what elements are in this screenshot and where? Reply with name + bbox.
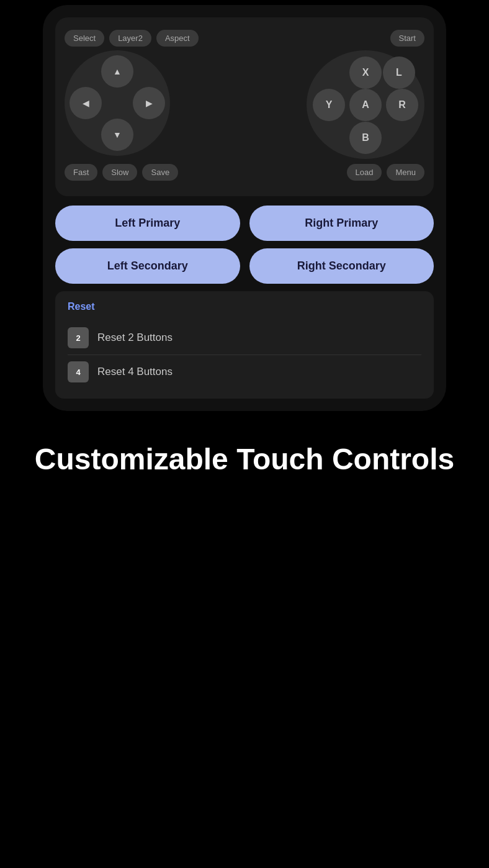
dpad-right-button[interactable] xyxy=(133,87,165,119)
dpad-down-button[interactable] xyxy=(101,119,133,151)
face-buttons-container: X L Y A R B xyxy=(307,50,424,159)
dpad-up-button[interactable] xyxy=(101,55,133,88)
y-button[interactable]: Y xyxy=(313,89,345,121)
slow-button[interactable]: Slow xyxy=(102,164,137,181)
dpad-left-button[interactable] xyxy=(70,87,102,119)
left-primary-button[interactable]: Left Primary xyxy=(55,206,240,241)
layer2-button[interactable]: Layer2 xyxy=(109,30,151,47)
reset-2-label: Reset 2 Buttons xyxy=(97,332,173,344)
top-buttons-right: Start xyxy=(390,30,424,47)
tagline-section: Customizable Touch Controls xyxy=(10,411,479,501)
save-button[interactable]: Save xyxy=(142,164,178,181)
reset-2-item[interactable]: 2 Reset 2 Buttons xyxy=(68,321,421,355)
reset-section: Reset 2 Reset 2 Buttons 4 Reset 4 Button… xyxy=(55,291,434,399)
dpad-container xyxy=(65,50,170,156)
reset-4-item[interactable]: 4 Reset 4 Buttons xyxy=(68,355,421,389)
left-arrow-icon xyxy=(83,98,89,108)
down-arrow-icon xyxy=(113,130,122,140)
controller-area: Select Layer2 Aspect Start xyxy=(55,17,434,196)
left-secondary-button[interactable]: Left Secondary xyxy=(55,248,240,284)
reset-2-icon: 2 xyxy=(68,327,89,348)
up-arrow-icon xyxy=(113,66,122,76)
l-button[interactable]: L xyxy=(383,57,415,89)
bottom-control-row: Fast Slow Save Load Menu xyxy=(65,164,424,181)
right-secondary-button[interactable]: Right Secondary xyxy=(249,248,434,284)
secondary-action-row: Left Secondary Right Secondary xyxy=(55,248,434,284)
bottom-left-controls: Fast Slow Save xyxy=(65,164,178,181)
fast-button[interactable]: Fast xyxy=(65,164,97,181)
primary-action-row: Left Primary Right Primary xyxy=(55,206,434,241)
r-button[interactable]: R xyxy=(386,89,418,121)
tagline-text: Customizable Touch Controls xyxy=(35,442,454,476)
reset-section-title: Reset xyxy=(68,301,421,312)
menu-button[interactable]: Menu xyxy=(387,164,424,181)
a-button[interactable]: A xyxy=(349,89,382,121)
controller-middle-row: X L Y A R B xyxy=(65,50,424,159)
right-primary-button[interactable]: Right Primary xyxy=(249,206,434,241)
bottom-right-controls: Load Menu xyxy=(347,164,424,181)
b-button[interactable]: B xyxy=(349,122,382,154)
load-button[interactable]: Load xyxy=(347,164,382,181)
phone-screen: Select Layer2 Aspect Start xyxy=(43,5,446,411)
action-buttons-section: Left Primary Right Primary Left Secondar… xyxy=(55,196,434,284)
top-buttons-left: Select Layer2 Aspect xyxy=(65,30,199,47)
phone-frame: Select Layer2 Aspect Start xyxy=(43,5,446,411)
reset-4-icon: 4 xyxy=(68,361,89,382)
right-arrow-icon xyxy=(146,98,153,108)
aspect-button[interactable]: Aspect xyxy=(156,30,199,47)
x-button[interactable]: X xyxy=(349,57,382,89)
select-button[interactable]: Select xyxy=(65,30,104,47)
start-button[interactable]: Start xyxy=(390,30,424,47)
reset-4-label: Reset 4 Buttons xyxy=(97,366,173,378)
